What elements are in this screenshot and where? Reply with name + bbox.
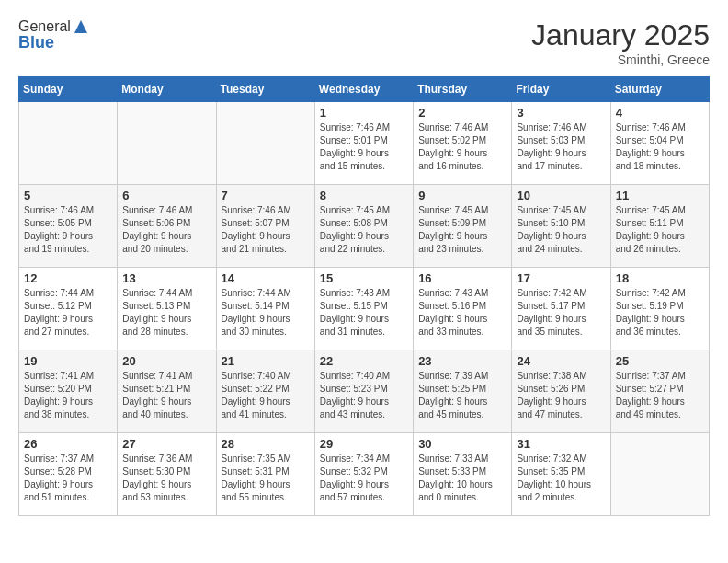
weekday-header: Wednesday — [314, 77, 413, 102]
day-number: 14 — [222, 271, 310, 285]
day-info: Sunrise: 7:37 AM Sunset: 5:27 PM Dayligh… — [616, 370, 704, 421]
page-header: General Blue January 2025 Sminthi, Greec… — [18, 18, 710, 67]
day-number: 17 — [517, 271, 605, 285]
calendar-cell: 20Sunrise: 7:41 AM Sunset: 5:21 PM Dayli… — [118, 350, 216, 433]
day-info: Sunrise: 7:46 AM Sunset: 5:05 PM Dayligh… — [24, 204, 112, 256]
calendar-week-row: 1Sunrise: 7:46 AM Sunset: 5:01 PM Daylig… — [19, 102, 710, 185]
day-info: Sunrise: 7:40 AM Sunset: 5:23 PM Dayligh… — [320, 370, 408, 421]
calendar-cell: 17Sunrise: 7:42 AM Sunset: 5:17 PM Dayli… — [512, 268, 610, 350]
calendar-cell: 23Sunrise: 7:39 AM Sunset: 5:25 PM Dayli… — [414, 350, 512, 433]
calendar-cell: 13Sunrise: 7:44 AM Sunset: 5:13 PM Dayli… — [118, 268, 216, 350]
day-number: 11 — [616, 189, 704, 202]
day-info: Sunrise: 7:46 AM Sunset: 5:06 PM Dayligh… — [122, 204, 210, 256]
calendar-cell: 5Sunrise: 7:46 AM Sunset: 5:05 PM Daylig… — [19, 185, 118, 268]
day-info: Sunrise: 7:45 AM Sunset: 5:10 PM Dayligh… — [517, 204, 605, 256]
day-number: 29 — [320, 437, 408, 451]
day-info: Sunrise: 7:44 AM Sunset: 5:13 PM Dayligh… — [122, 287, 210, 339]
svg-marker-0 — [74, 20, 87, 33]
day-info: Sunrise: 7:33 AM Sunset: 5:33 PM Dayligh… — [418, 453, 506, 504]
weekday-header: Saturday — [610, 77, 709, 102]
calendar-cell: 29Sunrise: 7:34 AM Sunset: 5:32 PM Dayli… — [314, 433, 413, 516]
day-number: 4 — [616, 106, 704, 120]
calendar-cell: 3Sunrise: 7:46 AM Sunset: 5:03 PM Daylig… — [512, 102, 610, 185]
day-number: 26 — [24, 437, 112, 451]
location: Sminthi, Greece — [531, 52, 710, 67]
day-info: Sunrise: 7:45 AM Sunset: 5:09 PM Dayligh… — [418, 204, 506, 256]
day-number: 9 — [418, 189, 506, 202]
weekday-header-row: SundayMondayTuesdayWednesdayThursdayFrid… — [19, 77, 710, 102]
day-info: Sunrise: 7:46 AM Sunset: 5:01 PM Dayligh… — [320, 121, 408, 173]
day-info: Sunrise: 7:40 AM Sunset: 5:22 PM Dayligh… — [222, 370, 310, 421]
day-info: Sunrise: 7:41 AM Sunset: 5:20 PM Dayligh… — [24, 370, 112, 421]
day-number: 22 — [320, 354, 408, 368]
calendar-cell: 24Sunrise: 7:38 AM Sunset: 5:26 PM Dayli… — [512, 350, 610, 433]
calendar-cell: 4Sunrise: 7:46 AM Sunset: 5:04 PM Daylig… — [610, 102, 709, 185]
calendar-cell: 22Sunrise: 7:40 AM Sunset: 5:23 PM Dayli… — [314, 350, 413, 433]
calendar-cell: 8Sunrise: 7:45 AM Sunset: 5:08 PM Daylig… — [314, 185, 413, 268]
day-number: 2 — [418, 106, 506, 120]
logo: General Blue — [18, 18, 89, 52]
day-info: Sunrise: 7:41 AM Sunset: 5:21 PM Dayligh… — [122, 370, 210, 421]
calendar-cell: 1Sunrise: 7:46 AM Sunset: 5:01 PM Daylig… — [314, 102, 413, 185]
logo-blue: Blue — [18, 33, 89, 52]
day-number: 16 — [418, 271, 506, 285]
calendar-cell: 7Sunrise: 7:46 AM Sunset: 5:07 PM Daylig… — [216, 185, 314, 268]
day-number: 3 — [517, 106, 605, 120]
calendar-cell: 28Sunrise: 7:35 AM Sunset: 5:31 PM Dayli… — [216, 433, 314, 516]
calendar-cell: 16Sunrise: 7:43 AM Sunset: 5:16 PM Dayli… — [414, 268, 512, 350]
day-info: Sunrise: 7:45 AM Sunset: 5:08 PM Dayligh… — [320, 204, 408, 256]
day-info: Sunrise: 7:44 AM Sunset: 5:12 PM Dayligh… — [24, 287, 112, 339]
calendar-week-row: 5Sunrise: 7:46 AM Sunset: 5:05 PM Daylig… — [19, 185, 710, 268]
day-number: 6 — [122, 189, 210, 202]
calendar-cell: 12Sunrise: 7:44 AM Sunset: 5:12 PM Dayli… — [19, 268, 118, 350]
day-info: Sunrise: 7:32 AM Sunset: 5:35 PM Dayligh… — [517, 453, 605, 504]
day-info: Sunrise: 7:45 AM Sunset: 5:11 PM Dayligh… — [616, 204, 704, 256]
day-number: 13 — [122, 271, 210, 285]
title-block: January 2025 Sminthi, Greece — [531, 18, 710, 67]
weekday-header: Monday — [118, 77, 216, 102]
day-info: Sunrise: 7:35 AM Sunset: 5:31 PM Dayligh… — [222, 453, 310, 504]
day-number: 21 — [222, 354, 310, 368]
day-number: 24 — [517, 354, 605, 368]
calendar-cell: 25Sunrise: 7:37 AM Sunset: 5:27 PM Dayli… — [610, 350, 709, 433]
calendar-week-row: 19Sunrise: 7:41 AM Sunset: 5:20 PM Dayli… — [19, 350, 710, 433]
day-number: 31 — [517, 437, 605, 451]
calendar-cell: 30Sunrise: 7:33 AM Sunset: 5:33 PM Dayli… — [414, 433, 512, 516]
day-info: Sunrise: 7:42 AM Sunset: 5:19 PM Dayligh… — [616, 287, 704, 339]
calendar-table: SundayMondayTuesdayWednesdayThursdayFrid… — [18, 76, 710, 516]
day-info: Sunrise: 7:43 AM Sunset: 5:16 PM Dayligh… — [418, 287, 506, 339]
day-info: Sunrise: 7:34 AM Sunset: 5:32 PM Dayligh… — [320, 453, 408, 504]
day-number: 27 — [122, 437, 210, 451]
day-info: Sunrise: 7:46 AM Sunset: 5:07 PM Dayligh… — [222, 204, 310, 256]
day-info: Sunrise: 7:42 AM Sunset: 5:17 PM Dayligh… — [517, 287, 605, 339]
day-info: Sunrise: 7:36 AM Sunset: 5:30 PM Dayligh… — [122, 453, 210, 504]
calendar-cell: 18Sunrise: 7:42 AM Sunset: 5:19 PM Dayli… — [610, 268, 709, 350]
calendar-cell — [118, 102, 216, 185]
day-info: Sunrise: 7:38 AM Sunset: 5:26 PM Dayligh… — [517, 370, 605, 421]
weekday-header: Thursday — [414, 77, 512, 102]
weekday-header: Tuesday — [216, 77, 314, 102]
day-number: 10 — [517, 189, 605, 202]
calendar-cell: 26Sunrise: 7:37 AM Sunset: 5:28 PM Dayli… — [19, 433, 118, 516]
calendar-cell: 2Sunrise: 7:46 AM Sunset: 5:02 PM Daylig… — [414, 102, 512, 185]
calendar-cell: 27Sunrise: 7:36 AM Sunset: 5:30 PM Dayli… — [118, 433, 216, 516]
calendar-cell: 9Sunrise: 7:45 AM Sunset: 5:09 PM Daylig… — [414, 185, 512, 268]
weekday-header: Sunday — [19, 77, 118, 102]
day-number: 1 — [320, 106, 408, 120]
day-number: 12 — [24, 271, 112, 285]
calendar-cell — [216, 102, 314, 185]
day-number: 18 — [616, 271, 704, 285]
day-info: Sunrise: 7:46 AM Sunset: 5:02 PM Dayligh… — [418, 121, 506, 173]
day-info: Sunrise: 7:39 AM Sunset: 5:25 PM Dayligh… — [418, 370, 506, 421]
calendar-cell: 10Sunrise: 7:45 AM Sunset: 5:10 PM Dayli… — [512, 185, 610, 268]
day-number: 5 — [24, 189, 112, 202]
logo-icon — [73, 18, 89, 35]
day-number: 7 — [222, 189, 310, 202]
day-number: 19 — [24, 354, 112, 368]
day-info: Sunrise: 7:43 AM Sunset: 5:15 PM Dayligh… — [320, 287, 408, 339]
calendar-cell: 15Sunrise: 7:43 AM Sunset: 5:15 PM Dayli… — [314, 268, 413, 350]
calendar-week-row: 12Sunrise: 7:44 AM Sunset: 5:12 PM Dayli… — [19, 268, 710, 350]
month-title: January 2025 — [531, 18, 710, 52]
day-number: 20 — [122, 354, 210, 368]
calendar-cell: 31Sunrise: 7:32 AM Sunset: 5:35 PM Dayli… — [512, 433, 610, 516]
